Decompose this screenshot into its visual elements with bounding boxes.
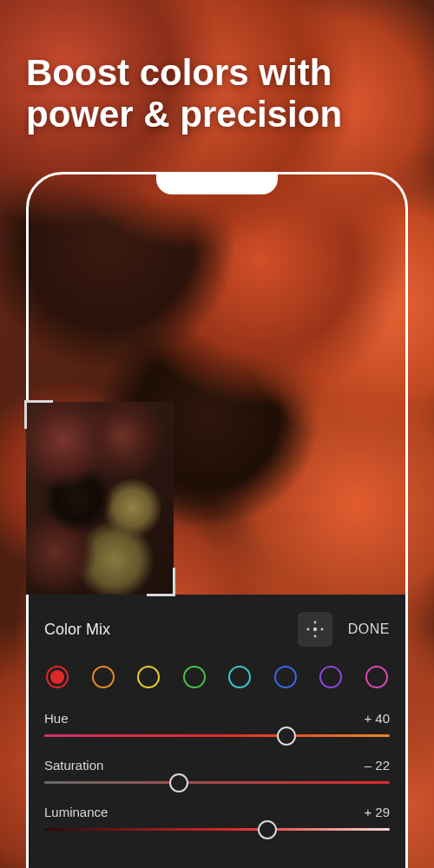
saturation-label: Saturation — [44, 758, 103, 773]
swatch-orange[interactable] — [92, 666, 115, 688]
before-thumbnail — [26, 402, 174, 595]
swatch-yellow[interactable] — [137, 666, 160, 688]
svg-point-0 — [313, 628, 317, 631]
svg-point-4 — [320, 628, 323, 631]
swatch-red[interactable] — [46, 666, 69, 688]
luminance-label: Luminance — [44, 805, 108, 819]
marketing-headline: Boost colors with power & precision — [26, 52, 408, 136]
swatch-purple[interactable] — [319, 666, 342, 688]
svg-point-3 — [306, 628, 309, 631]
targeted-adjustment-button[interactable] — [298, 612, 332, 647]
done-button[interactable]: DONE — [348, 621, 390, 637]
swatch-green[interactable] — [183, 666, 206, 688]
swatch-aqua[interactable] — [228, 666, 251, 688]
saturation-value: – 22 — [365, 758, 390, 773]
saturation-slider[interactable] — [44, 781, 390, 784]
saturation-slider-row: Saturation – 22 — [44, 758, 390, 784]
svg-point-2 — [313, 635, 316, 638]
panel-title: Color Mix — [44, 621, 110, 639]
phone-notch — [156, 172, 278, 194]
panel-header: Color Mix DONE — [44, 612, 390, 647]
swatch-magenta[interactable] — [365, 666, 388, 688]
svg-point-1 — [313, 621, 316, 624]
move-icon — [305, 619, 326, 640]
hue-label: Hue — [44, 711, 69, 726]
color-mix-panel: Color Mix DONE Hue + 40 Satur — [29, 595, 405, 868]
luminance-value: + 29 — [364, 805, 390, 819]
saturation-slider-thumb[interactable] — [169, 773, 188, 792]
hue-slider-thumb[interactable] — [277, 727, 296, 746]
luminance-slider[interactable] — [44, 828, 390, 831]
hue-slider-row: Hue + 40 — [44, 711, 390, 737]
panel-header-actions: DONE — [298, 612, 390, 647]
luminance-slider-thumb[interactable] — [258, 820, 277, 839]
hue-value: + 40 — [364, 711, 390, 726]
hue-slider[interactable] — [44, 734, 390, 737]
luminance-slider-row: Luminance + 29 — [44, 805, 390, 831]
swatch-blue[interactable] — [274, 666, 297, 688]
color-swatch-row — [44, 666, 390, 688]
